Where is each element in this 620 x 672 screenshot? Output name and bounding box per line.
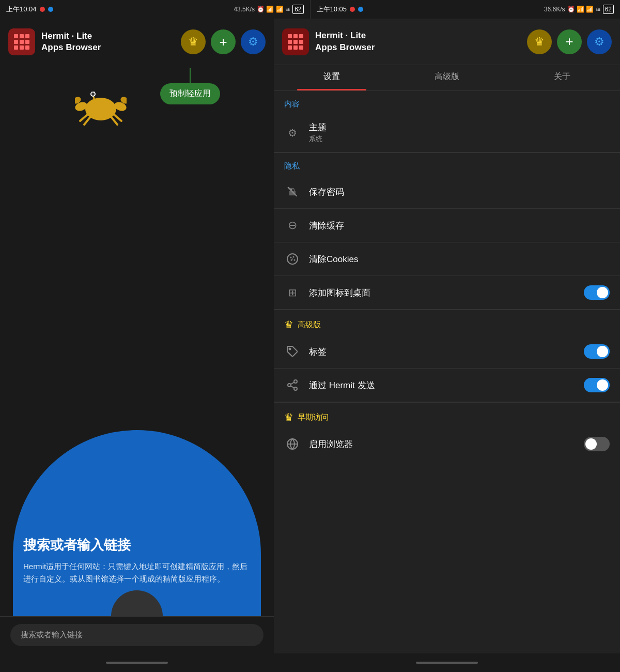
share-toggle[interactable]	[584, 378, 610, 392]
svg-point-11	[91, 93, 95, 96]
right-plus-icon: +	[565, 34, 573, 50]
left-time: 上午10:04	[6, 5, 37, 14]
right-status-dot-blue	[358, 7, 363, 12]
svg-point-18	[294, 259, 296, 261]
settings-button[interactable]: ⚙	[241, 29, 266, 54]
tab-advanced[interactable]: 高级版	[389, 65, 504, 90]
gear-icon: ⚙	[248, 35, 258, 49]
main-description: Hermit适用于任何网站：只需键入地址即可创建精简版应用，然后进行自定义。或从…	[23, 560, 251, 585]
app-icon[interactable]	[8, 28, 35, 55]
section-header-early-access: ♛ 早期访问	[274, 403, 620, 427]
svg-line-8	[111, 117, 117, 125]
svg-point-19	[291, 259, 292, 261]
tooltip-bubble: 预制轻应用	[160, 83, 220, 104]
left-status-dot-red	[40, 7, 45, 12]
search-bar[interactable]: 搜索或者输入链接	[0, 616, 274, 653]
left-status-icons: 43.5K/s ⏰ 📶 📶 ≋ 62	[234, 5, 303, 14]
tab-bar: 设置 高级版 关于	[274, 65, 620, 91]
tab-about[interactable]: 关于	[505, 65, 620, 90]
grid-icon	[14, 34, 29, 50]
password-label: 保存密码	[309, 186, 610, 198]
main-content: Hermit · Lite Apps Browser ♛ + ⚙ 预制轻应用	[0, 19, 620, 672]
status-bar: 上午10:04 43.5K/s ⏰ 📶 📶 ≋ 62 上午10:05 36.6K…	[0, 0, 620, 19]
right-grid-icon	[288, 34, 303, 50]
settings-item-tags[interactable]: 标签	[274, 335, 620, 369]
right-add-button[interactable]: +	[557, 29, 582, 54]
add-shortcut-toggle[interactable]	[584, 285, 610, 300]
browser-label: 启用浏览器	[309, 438, 576, 450]
blue-text-area: 搜索或者输入链接 Hermit适用于任何网站：只需键入地址即可创建精简版应用，然…	[23, 536, 251, 585]
svg-point-17	[293, 256, 295, 258]
right-app-header: Hermit · Lite Apps Browser ♛ + ⚙	[274, 19, 620, 65]
svg-line-26	[291, 383, 295, 385]
clear-cache-label: 清除缓存	[309, 220, 610, 232]
svg-line-25	[291, 386, 295, 388]
settings-item-password[interactable]: 保存密码	[274, 175, 620, 209]
clear-cookies-icon	[284, 251, 301, 267]
left-speed: 43.5K/s	[234, 6, 255, 13]
early-access-crown-icon: ♛	[284, 411, 293, 423]
add-shortcut-label: 添加图标到桌面	[309, 287, 576, 299]
right-battery: 62	[603, 5, 614, 14]
right-signal-icons: ⏰ 📶 📶 ≋	[567, 6, 601, 13]
settings-item-add-shortcut[interactable]: ⊞ 添加图标到桌面	[274, 276, 620, 310]
svg-point-22	[294, 380, 297, 383]
right-speed: 36.6K/s	[544, 6, 565, 13]
theme-label: 主题 系统	[309, 121, 610, 144]
svg-point-21	[289, 348, 291, 350]
header-buttons: ♛ + ⚙	[181, 29, 266, 54]
search-input[interactable]: 搜索或者输入链接	[10, 624, 264, 646]
right-app-icon[interactable]	[282, 28, 309, 55]
right-crown-button[interactable]: ♛	[527, 29, 552, 54]
nav-indicator	[106, 662, 168, 664]
settings-list: 内容 ⚙ 主题 系统 隐私 保存密码 ⊖	[274, 91, 620, 653]
settings-item-clear-cache[interactable]: ⊖ 清除缓存	[274, 209, 620, 242]
add-shortcut-icon: ⊞	[284, 284, 301, 301]
right-panel: Hermit · Lite Apps Browser ♛ + ⚙ 设置	[274, 19, 620, 672]
right-gear-icon: ⚙	[594, 35, 605, 49]
svg-line-12	[91, 91, 95, 92]
left-battery: 62	[292, 5, 303, 14]
crown-button[interactable]: ♛	[181, 29, 206, 54]
advanced-crown-icon: ♛	[284, 318, 293, 331]
left-status-dot-blue	[48, 7, 53, 12]
svg-point-24	[294, 387, 297, 390]
right-nav-indicator	[416, 662, 478, 664]
share-icon	[284, 377, 301, 393]
browser-toggle[interactable]	[584, 437, 610, 451]
plus-icon: +	[219, 34, 227, 50]
left-app-header: Hermit · Lite Apps Browser ♛ + ⚙	[0, 19, 274, 65]
tags-toggle[interactable]	[584, 344, 610, 359]
settings-item-theme[interactable]: ⚙ 主题 系统	[274, 113, 620, 152]
right-crown-icon: ♛	[534, 35, 545, 49]
section-header-advanced: ♛ 高级版	[274, 310, 620, 335]
section-header-privacy: 隐私	[274, 153, 620, 175]
right-header-buttons: ♛ + ⚙	[527, 29, 612, 54]
crown-icon: ♛	[188, 35, 198, 49]
share-label: 通过 Hermit 发送	[309, 379, 576, 391]
settings-item-share[interactable]: 通过 Hermit 发送	[274, 369, 620, 402]
right-status-bar: 上午10:05 36.6K/s ⏰ 📶 📶 ≋ 62	[310, 0, 621, 19]
section-header-content: 内容	[274, 91, 620, 113]
tab-settings[interactable]: 设置	[274, 65, 389, 90]
app-title: Hermit · Lite Apps Browser	[41, 30, 175, 53]
right-settings-button[interactable]: ⚙	[587, 29, 612, 54]
globe-icon	[284, 436, 301, 452]
tooltip-container: 预制轻应用	[160, 68, 220, 104]
settings-item-clear-cookies[interactable]: 清除Cookies	[274, 242, 620, 276]
tooltip-line	[190, 68, 191, 83]
right-status-dot-red	[350, 7, 355, 12]
tags-label: 标签	[309, 346, 576, 358]
add-button[interactable]: +	[211, 29, 236, 54]
left-signal-icons: ⏰ 📶 📶 ≋	[257, 6, 290, 13]
theme-icon: ⚙	[284, 125, 301, 141]
settings-item-browser[interactable]: 启用浏览器	[274, 427, 620, 461]
right-app-title: Hermit · Lite Apps Browser	[315, 30, 521, 53]
clear-cache-icon: ⊖	[284, 217, 301, 234]
tags-icon	[284, 343, 301, 360]
svg-line-6	[84, 117, 90, 125]
right-nav-bar	[274, 653, 620, 672]
left-body: 搜索或者输入链接 Hermit适用于任何网站：只需键入地址即可创建精简版应用，然…	[0, 65, 274, 616]
dark-bump	[111, 590, 163, 616]
left-panel: Hermit · Lite Apps Browser ♛ + ⚙ 预制轻应用	[0, 19, 274, 672]
